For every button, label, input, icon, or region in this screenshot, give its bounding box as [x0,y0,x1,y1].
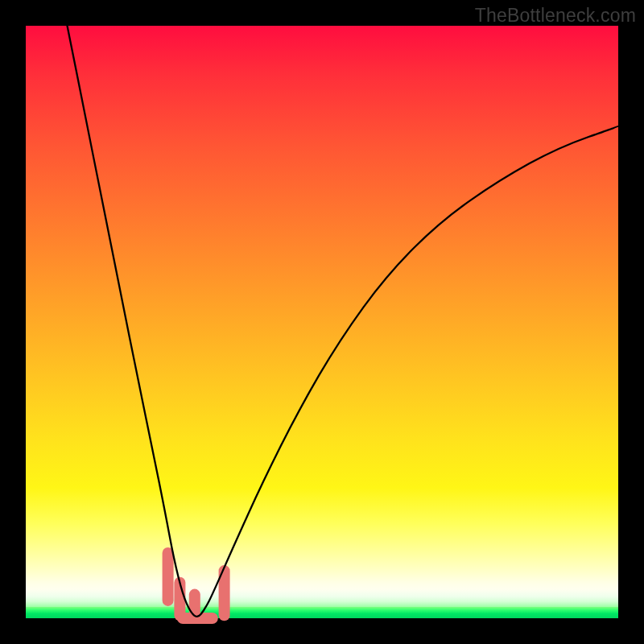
curve-layer [26,26,618,618]
plot-area [26,26,618,618]
chart-frame: TheBottleneck.com [0,0,644,644]
watermark-text: TheBottleneck.com [475,5,636,27]
bottleneck-curve [68,26,619,617]
